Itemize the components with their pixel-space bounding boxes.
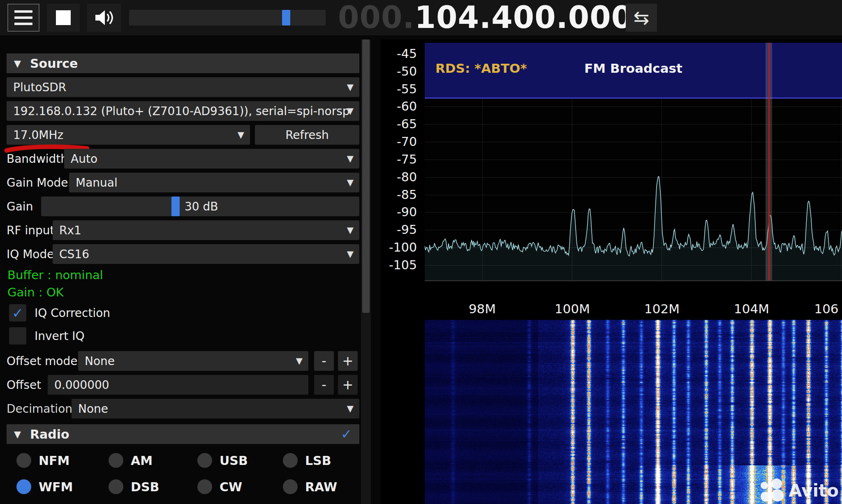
db-tick-label: -85 (381, 187, 417, 202)
stop-button[interactable] (47, 4, 80, 32)
source-section-header[interactable]: ▼ Source (7, 53, 359, 73)
offset-mode-value: None (85, 354, 134, 368)
minus-icon: - (322, 377, 326, 393)
volume-slider-handle[interactable] (282, 10, 290, 25)
bandplan-banner: RDS: *АВТО* FM Broadcast (425, 43, 842, 99)
db-tick-label: -55 (381, 82, 417, 96)
invert-iq-checkbox[interactable] (9, 327, 26, 344)
offset-mode-label: Offset mode (7, 351, 77, 371)
offset-decrement-button[interactable]: - (314, 375, 334, 395)
top-toolbar: 000.104.400.000 ⇆ (0, 0, 842, 35)
gain-mode-row: Gain Mode Manual ▼ (7, 173, 359, 192)
decimation-select[interactable]: None ▼ (72, 399, 359, 418)
source-header-label: Source (30, 56, 78, 71)
rf-input-label: RF input (7, 220, 54, 240)
offset-label: Offset (7, 375, 41, 395)
offset-mode-select[interactable]: None ▼ (78, 351, 308, 371)
device-select-value: PlutoSDR (13, 81, 85, 94)
vfo-swap-button[interactable]: ⇆ (626, 4, 657, 32)
iq-mode-value: CS16 (59, 247, 108, 261)
iq-correction-checkbox[interactable]: ✓ (9, 304, 26, 321)
chevron-down-icon: ▼ (238, 130, 244, 140)
device-select[interactable]: PlutoSDR ▼ (7, 77, 359, 97)
freq-tick-label: 98M (465, 298, 500, 319)
gain-value: 30 dB (185, 197, 218, 216)
check-icon: ✓ (12, 305, 23, 321)
tuning-line (768, 43, 770, 280)
gain-row: Gain 30 dB (7, 197, 359, 216)
rf-input-value: Rx1 (59, 224, 100, 237)
gain-slider-handle[interactable] (171, 197, 180, 216)
enabled-check-icon[interactable]: ✓ (341, 426, 352, 442)
radio-mode-option-lsb[interactable]: LSB (283, 449, 359, 472)
spectrum-plot[interactable]: RDS: *АВТО* FM Broadcast (425, 43, 842, 281)
radio-unselected-icon[interactable] (197, 453, 212, 468)
plus-icon: + (342, 353, 354, 369)
offset-mode-increment-button[interactable]: + (338, 351, 358, 371)
radio-mode-option-usb[interactable]: USB (197, 449, 283, 472)
swap-icon: ⇆ (634, 7, 650, 29)
offset-mode-decrement-button[interactable]: - (314, 351, 334, 371)
gain-slider[interactable]: 30 dB (41, 197, 359, 216)
iq-correction-label: IQ Correction (35, 304, 110, 321)
radio-mode-label: AM (131, 453, 153, 468)
menu-button[interactable] (7, 4, 39, 32)
panel-scrollbar[interactable] (361, 39, 371, 504)
invert-iq-label: Invert IQ (35, 327, 85, 344)
offset-value: 0.000000 (54, 378, 109, 392)
frequency-display[interactable]: 000.104.400.000 (338, 0, 633, 35)
bandwidth-value: Auto (71, 152, 116, 166)
chevron-down-icon: ▼ (296, 356, 303, 366)
radio-unselected-icon[interactable] (109, 479, 123, 494)
chevron-down-icon: ▼ (347, 225, 354, 235)
radio-unselected-icon[interactable] (283, 453, 298, 468)
rf-input-select[interactable]: Rx1 ▼ (53, 220, 359, 240)
db-tick-label: -95 (381, 222, 417, 237)
chevron-down-icon: ▼ (347, 106, 354, 116)
scrollbar-thumb[interactable] (362, 39, 370, 313)
radio-unselected-icon[interactable] (197, 479, 212, 494)
chevron-down-icon: ▼ (347, 178, 354, 187)
radio-mode-option-dsb[interactable]: DSB (109, 475, 197, 498)
decimation-value: None (78, 402, 127, 416)
hamburger-icon (14, 10, 32, 13)
offset-mode-row: Offset mode None ▼ - + (7, 351, 359, 371)
gain-status: Gain : OK (7, 285, 64, 299)
waterfall[interactable] (425, 320, 842, 504)
samplerate-select[interactable]: 17.0MHz ▼ (7, 125, 250, 145)
collapse-arrow-icon: ▼ (14, 58, 21, 69)
chevron-down-icon: ▼ (347, 82, 354, 92)
db-axis: -45-50-55-60-65-70-75-80-85-90-95-100-10… (381, 39, 420, 294)
stop-icon (56, 10, 71, 25)
radio-mode-option-am[interactable]: AM (109, 449, 197, 472)
db-tick-label: -105 (381, 258, 417, 272)
chevron-down-icon: ▼ (347, 154, 354, 164)
radio-mode-option-raw[interactable]: RAW (283, 475, 359, 498)
radio-mode-option-cw[interactable]: CW (197, 475, 283, 498)
radio-mode-option-wfm[interactable]: WFM (16, 475, 109, 498)
radio-mode-label: WFM (39, 480, 73, 494)
bandwidth-select[interactable]: Auto ▼ (64, 149, 359, 169)
radio-unselected-icon[interactable] (283, 479, 298, 494)
gain-mode-select[interactable]: Manual ▼ (69, 173, 359, 192)
offset-input[interactable]: 0.000000 (48, 375, 308, 395)
radio-mode-option-nfm[interactable]: NFM (16, 449, 109, 472)
radio-header-label: Radio (30, 427, 69, 442)
iq-mode-select[interactable]: CS16 ▼ (53, 244, 359, 264)
volume-slider[interactable] (129, 10, 326, 25)
rf-input-row: RF input Rx1 ▼ (7, 220, 359, 240)
radio-unselected-icon[interactable] (16, 453, 31, 468)
bandwidth-label: Bandwidth (7, 149, 68, 169)
collapse-arrow-icon: ▼ (14, 429, 21, 439)
refresh-button-label: Refresh (285, 128, 329, 142)
radio-section-header[interactable]: ▼ Radio ✓ (7, 424, 359, 444)
radio-unselected-icon[interactable] (109, 453, 123, 468)
mute-button[interactable] (87, 4, 121, 32)
refresh-button[interactable]: Refresh (255, 125, 359, 145)
iq-mode-row: IQ Mode CS16 ▼ (7, 244, 359, 264)
device-uri-select[interactable]: 192.168.0.132 (Pluto+ (Z7010-AD9361)), s… (7, 101, 359, 121)
samplerate-value: 17.0MHz (13, 128, 82, 142)
chevron-down-icon: ▼ (347, 249, 354, 259)
radio-selected-icon[interactable] (16, 479, 31, 494)
offset-increment-button[interactable]: + (338, 375, 358, 395)
